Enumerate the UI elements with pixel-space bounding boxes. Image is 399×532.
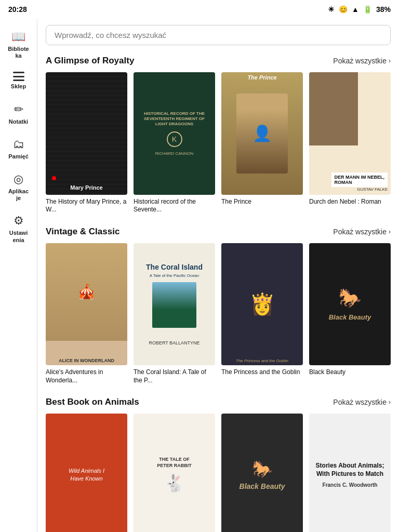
sidebar-item-storage[interactable]: 🗂 Pamięć	[0, 131, 37, 166]
book-durch[interactable]: DER MANN IM NEBEL,ROMAN GUSTAV FALKE Dur…	[309, 72, 391, 214]
sidebar: 📖 Biblioteka Sklep ✏ Notatki 🗂 Pamięć ◎ …	[0, 19, 37, 532]
book-grid-animals: Wild Animals IHave Known Wild Animals I …	[46, 414, 391, 532]
sidebar-label-notes: Notatki	[9, 118, 28, 125]
section-title-royalty: A Glimpse of Royalty	[46, 56, 134, 66]
chevron-right-icon-2: ›	[389, 228, 391, 235]
book-cover-alice: 🎪 ALICE IN WONDERLAND	[46, 243, 127, 366]
cover-art-wild-animals: Wild Animals IHave Known	[46, 414, 127, 532]
book-cover-mary-prince: Mary Prince	[46, 72, 127, 195]
section-header-royalty: A Glimpse of Royalty Pokaż wszystkie ›	[46, 56, 391, 66]
book-wild-animals[interactable]: Wild Animals IHave Known Wild Animals I …	[46, 414, 127, 532]
sidebar-label-shop: Sklep	[11, 83, 26, 90]
book-grid-royalty: Mary Prince The History of Mary Prince, …	[46, 72, 391, 214]
book-title-durch: Durch den Nebel : Roman	[309, 198, 391, 206]
book-cover-peter-rabbit: THE TALE OFPETER RABBIT 🐇	[134, 414, 215, 532]
book-cover-black-beauty-1: 🐎 Black Beauty	[309, 243, 391, 366]
show-all-royalty[interactable]: Pokaż wszystkie ›	[333, 57, 391, 65]
sidebar-item-shop[interactable]: Sklep	[0, 65, 37, 96]
book-peter-rabbit[interactable]: THE TALE OFPETER RABBIT 🐇 THE TALE OF PE…	[134, 414, 215, 532]
book-cover-historical: HISTORICAL RECORD OF THESEVENTEENTH REGI…	[134, 72, 215, 195]
status-time: 20:28	[8, 5, 27, 14]
cover-art-prince: The Prince 👤	[221, 72, 303, 195]
book-cover-durch: DER MANN IM NEBEL,ROMAN GUSTAV FALKE	[309, 72, 391, 195]
book-cover-black-beauty-2: 🐎 Black Beauty	[221, 414, 303, 532]
section-title-vintage: Vintage & Classic	[46, 227, 119, 237]
show-all-vintage[interactable]: Pokaż wszystkie ›	[333, 228, 391, 236]
book-title-black-beauty-1: Black Beauty	[309, 368, 391, 377]
apps-icon: ◎	[14, 172, 23, 186]
sidebar-label-apps: Aplikacje	[8, 188, 29, 202]
section-animals: Best Book on Animals Pokaż wszystkie › W…	[46, 397, 391, 532]
section-royalty: A Glimpse of Royalty Pokaż wszystkie › M…	[46, 56, 391, 214]
book-title-coral: The Coral Island: A Tale of the P...	[134, 368, 215, 384]
sidebar-item-library[interactable]: 📖 Biblioteka	[0, 24, 37, 65]
brightness-icon: ☀	[328, 5, 335, 14]
book-mary-prince[interactable]: Mary Prince The History of Mary Prince, …	[46, 72, 127, 214]
book-title-prince: The Prince	[221, 198, 303, 206]
show-all-animals[interactable]: Pokaż wszystkie ›	[333, 398, 391, 406]
cover-art-mary-prince: Mary Prince	[46, 72, 127, 195]
profile-icon: 😊	[339, 5, 348, 14]
book-cover-prince: The Prince 👤	[221, 72, 303, 195]
book-cover-stories-animals: Stories About Animals; With Pictures to …	[309, 414, 391, 532]
cover-art-coral: The Coral Island A Tale of the Pacific O…	[134, 243, 215, 366]
section-header-animals: Best Book on Animals Pokaż wszystkie ›	[46, 397, 391, 407]
chevron-right-icon-3: ›	[389, 398, 391, 406]
chevron-right-icon: ›	[389, 57, 391, 64]
wifi-icon: ▲	[352, 5, 359, 14]
sidebar-item-settings[interactable]: ⚙ Ustawienia	[0, 208, 37, 249]
battery-icon: 🔋	[363, 5, 372, 14]
status-bar: 20:28 ☀ 😊 ▲ 🔋 38%	[0, 0, 399, 19]
cover-art-black-beauty-1: 🐎 Black Beauty	[309, 243, 391, 366]
book-prince[interactable]: The Prince 👤 The Prince	[221, 72, 303, 214]
settings-icon: ⚙	[14, 214, 24, 228]
sidebar-item-apps[interactable]: ◎ Aplikacje	[0, 166, 37, 208]
book-title-alice: Alice's Adventures in Wonderla...	[46, 368, 127, 384]
book-alice[interactable]: 🎪 ALICE IN WONDERLAND Alice's Adventures…	[46, 243, 127, 385]
book-title-mary-prince: The History of Mary Prince, a W...	[46, 198, 127, 214]
storage-icon: 🗂	[13, 138, 24, 151]
section-title-animals: Best Book on Animals	[46, 397, 139, 407]
library-icon: 📖	[11, 30, 25, 44]
book-grid-vintage: 🎪 ALICE IN WONDERLAND Alice's Adventures…	[46, 243, 391, 385]
status-right: ☀ 😊 ▲ 🔋 38%	[328, 5, 391, 14]
cover-art-black-beauty-2: 🐎 Black Beauty	[221, 414, 303, 532]
shop-icon	[13, 72, 24, 81]
cover-art-princess: 👸 The Princess and the Goblin	[221, 243, 303, 366]
book-coral[interactable]: The Coral Island A Tale of the Pacific O…	[134, 243, 215, 385]
app-container: 📖 Biblioteka Sklep ✏ Notatki 🗂 Pamięć ◎ …	[0, 19, 399, 532]
section-header-vintage: Vintage & Classic Pokaż wszystkie ›	[46, 227, 391, 237]
search-input[interactable]	[46, 25, 391, 45]
sidebar-label-library: Biblioteka	[8, 46, 29, 59]
book-title-princess: The Princess and the Goblin	[221, 368, 303, 377]
cover-art-alice: 🎪 ALICE IN WONDERLAND	[46, 243, 127, 366]
sidebar-item-notes[interactable]: ✏ Notatki	[0, 97, 37, 131]
notes-icon: ✏	[14, 103, 23, 116]
book-cover-wild-animals: Wild Animals IHave Known	[46, 414, 127, 532]
battery-level: 38%	[376, 5, 391, 14]
cover-art-peter-rabbit: THE TALE OFPETER RABBIT 🐇	[134, 414, 215, 532]
book-title-historical: Historical record of the Sevente...	[134, 198, 215, 214]
book-princess[interactable]: 👸 The Princess and the Goblin The Prince…	[221, 243, 303, 385]
main-content: A Glimpse of Royalty Pokaż wszystkie › M…	[37, 19, 399, 532]
book-stories-animals[interactable]: Stories About Animals; With Pictures to …	[309, 414, 391, 532]
book-black-beauty-1[interactable]: 🐎 Black Beauty Black Beauty	[309, 243, 391, 385]
cover-art-durch: DER MANN IM NEBEL,ROMAN GUSTAV FALKE	[309, 72, 391, 195]
sidebar-label-settings: Ustawienia	[9, 230, 28, 243]
book-cover-coral: The Coral Island A Tale of the Pacific O…	[134, 243, 215, 366]
cover-art-stories-animals: Stories About Animals; With Pictures to …	[309, 414, 391, 532]
book-black-beauty-2[interactable]: 🐎 Black Beauty Black Beauty	[221, 414, 303, 532]
book-historical[interactable]: HISTORICAL RECORD OF THESEVENTEENTH REGI…	[134, 72, 215, 214]
cover-art-historical: HISTORICAL RECORD OF THESEVENTEENTH REGI…	[134, 72, 215, 195]
section-vintage: Vintage & Classic Pokaż wszystkie › 🎪 AL…	[46, 227, 391, 385]
book-cover-princess: 👸 The Princess and the Goblin	[221, 243, 303, 366]
sidebar-label-storage: Pamięć	[8, 153, 29, 160]
